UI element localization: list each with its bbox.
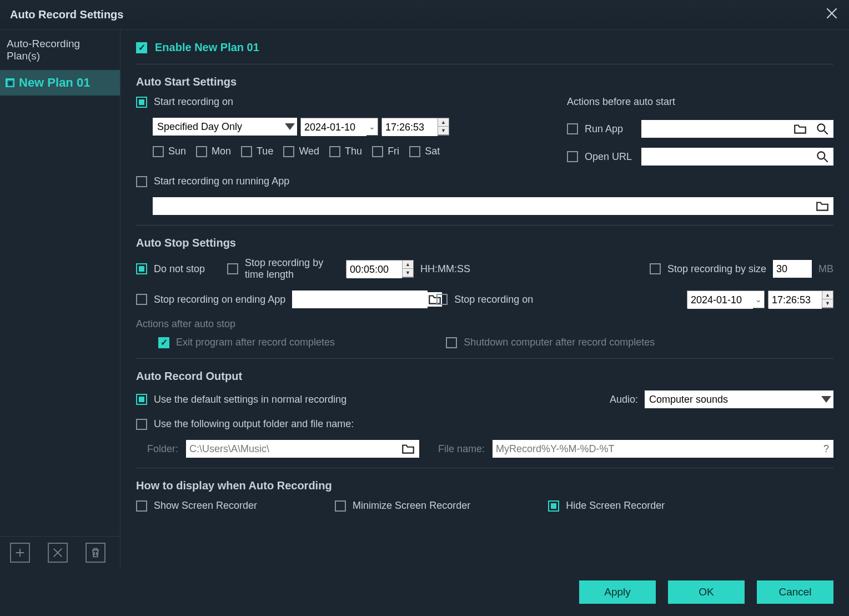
exit-program-checkbox[interactable] [158, 337, 169, 348]
folder-icon[interactable] [397, 442, 419, 456]
search-icon[interactable] [811, 122, 833, 136]
enable-plan-checkbox[interactable] [136, 42, 147, 53]
folder-input[interactable] [186, 440, 397, 458]
day-tue-checkbox[interactable] [241, 146, 252, 157]
trash-button[interactable] [86, 543, 106, 563]
stop-time-length-input[interactable]: ▲▼ [346, 260, 414, 278]
enable-plan-label: Enable New Plan 01 [155, 41, 259, 54]
day-thu-checkbox[interactable] [329, 146, 340, 157]
day-mon-checkbox[interactable] [196, 146, 207, 157]
display-heading: How to display when Auto Recording [136, 479, 833, 492]
svg-point-0 [817, 124, 825, 131]
stop-date-input[interactable]: ⌄ [687, 291, 765, 308]
stop-time-input[interactable]: ▲▼ [768, 291, 833, 308]
window-title: Auto Record Settings [10, 8, 123, 21]
shutdown-checkbox[interactable] [446, 337, 457, 348]
filename-input[interactable] [493, 440, 819, 458]
stop-size-input[interactable] [773, 260, 812, 278]
titlebar: Auto Record Settings [0, 0, 849, 30]
folder-icon[interactable] [789, 122, 811, 136]
apply-button[interactable]: Apply [579, 580, 656, 604]
plan-label: New Plan 01 [19, 76, 90, 90]
cancel-button[interactable]: Cancel [757, 580, 833, 604]
footer: Apply OK Cancel [0, 568, 849, 616]
use-default-checkbox[interactable] [136, 394, 147, 405]
auto-stop-heading: Auto Stop Settings [136, 237, 833, 249]
open-url-input[interactable] [641, 148, 811, 166]
day-fri-checkbox[interactable] [372, 146, 383, 157]
day-wed-checkbox[interactable] [283, 146, 294, 157]
day-sat-checkbox[interactable] [409, 146, 420, 157]
day-sun-checkbox[interactable] [153, 146, 164, 157]
spinner-icon[interactable]: ▲▼ [438, 118, 449, 135]
spinner-icon[interactable]: ▲▼ [402, 261, 413, 277]
delete-plan-button[interactable] [48, 543, 68, 563]
ending-app-input[interactable] [292, 291, 428, 308]
actions-after-label: Actions after auto stop [136, 318, 833, 330]
close-button[interactable] [825, 6, 839, 23]
hide-recorder-checkbox[interactable] [548, 500, 559, 512]
content: Enable New Plan 01 Auto Start Settings S… [120, 30, 849, 568]
folder-icon[interactable] [811, 199, 833, 213]
minimize-recorder-checkbox[interactable] [335, 500, 346, 512]
start-date-input[interactable]: ⌄ [300, 118, 378, 136]
dropdown-icon [285, 123, 295, 130]
search-icon[interactable] [811, 149, 833, 164]
audio-select[interactable]: Computer sounds [645, 390, 833, 408]
add-plan-button[interactable] [10, 543, 30, 563]
output-heading: Auto Record Output [136, 370, 833, 383]
run-app-checkbox[interactable] [567, 123, 578, 134]
open-url-checkbox[interactable] [567, 151, 578, 162]
dropdown-icon [821, 396, 831, 403]
chevron-down-icon: ⌄ [755, 295, 762, 304]
spinner-icon[interactable]: ▲▼ [822, 291, 833, 308]
start-recording-on-label: Start recording on [154, 96, 233, 108]
auto-start-heading: Auto Start Settings [136, 76, 833, 88]
running-app-input[interactable] [153, 197, 811, 215]
stop-by-time-checkbox[interactable] [227, 263, 238, 274]
chevron-down-icon: ⌄ [369, 122, 375, 131]
start-on-running-app-checkbox[interactable] [136, 176, 147, 187]
svg-point-1 [817, 152, 825, 159]
start-time-input[interactable]: ▲▼ [381, 118, 449, 136]
run-app-input[interactable] [641, 120, 789, 138]
use-folder-checkbox[interactable] [136, 419, 147, 430]
show-recorder-checkbox[interactable] [136, 500, 147, 512]
stop-by-size-checkbox[interactable] [650, 263, 661, 274]
sidebar-header: Auto-Recording Plan(s) [0, 30, 120, 70]
help-icon[interactable]: ? [819, 443, 833, 455]
stop-on-ending-app-checkbox[interactable] [136, 294, 147, 305]
sidebar: Auto-Recording Plan(s) ▣ New Plan 01 [0, 30, 120, 568]
sidebar-item-plan[interactable]: ▣ New Plan 01 [0, 70, 120, 96]
checkmark-icon: ▣ [6, 78, 14, 87]
sidebar-tools [0, 536, 120, 568]
start-mode-select[interactable]: Specified Day Only [153, 118, 297, 136]
stop-on-date-checkbox[interactable] [436, 294, 448, 305]
start-recording-on-checkbox[interactable] [136, 97, 147, 108]
ok-button[interactable]: OK [668, 580, 745, 604]
do-not-stop-checkbox[interactable] [136, 263, 147, 274]
actions-before-label: Actions before auto start [567, 96, 833, 108]
